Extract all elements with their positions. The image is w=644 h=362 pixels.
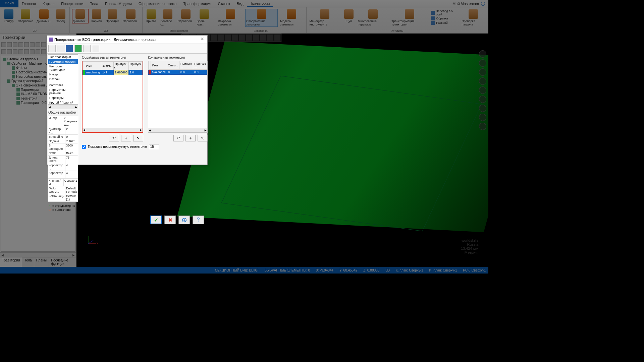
status-3d[interactable]: 3D: [385, 268, 390, 272]
ribbon-along-curve[interactable]: Вдоль Кри...: [196, 9, 213, 27]
help-icon[interactable]: [481, 2, 485, 6]
tab-solids[interactable]: Тела: [22, 257, 34, 267]
cancel-button[interactable]: ✖: [164, 216, 176, 224]
status-kplan[interactable]: К. план: Сверху-1: [396, 268, 423, 272]
ribbon-trim[interactable]: Обрезка: [431, 16, 458, 20]
tb-btn[interactable]: [41, 42, 46, 47]
row-allowance2[interactable]: 1.0: [128, 70, 142, 75]
row-name[interactable]: machining: [85, 70, 101, 75]
nav-item[interactable]: Параметры резания: [48, 87, 78, 96]
vt-btn[interactable]: [218, 35, 224, 41]
add-button[interactable]: ＋: [121, 135, 131, 141]
row-allowance-edit[interactable]: 1.000000: [114, 70, 129, 75]
status-section-view[interactable]: СЕКЦИОННЫЙ ВИД: ВЫКЛ: [215, 268, 258, 272]
ribbon-parallel-3d[interactable]: Параллел...: [122, 9, 140, 23]
ribbon-multitrans[interactable]: Многоосевые переходы: [357, 9, 389, 27]
avoidance-geom-table[interactable]: Имя Элем... Припуск ... Припуск ... avoi…: [148, 61, 208, 133]
show-unused-checkbox[interactable]: [82, 145, 86, 149]
menu-view[interactable]: Вид: [233, 1, 247, 7]
dialog-nav-tree[interactable]: Тип траекторииГеометрия моделиКонтроль т…: [48, 54, 78, 105]
ribbon-face[interactable]: Торец: [54, 9, 67, 23]
tb-btn[interactable]: [1, 42, 6, 47]
dtb-btn[interactable]: [83, 45, 91, 52]
tb-btn[interactable]: [7, 42, 12, 47]
ribbon-nest[interactable]: Раскрой: [431, 21, 458, 25]
menu-solids[interactable]: Тела: [87, 1, 101, 7]
menu-transform[interactable]: Трансформация: [180, 1, 214, 7]
help-button[interactable]: ?: [193, 216, 204, 224]
nav-item[interactable]: Геометрия модели: [48, 59, 78, 64]
ribbon-5axis[interactable]: Перевод в 5 осей: [431, 9, 458, 16]
ribbon-parallel-multi[interactable]: Параллел...: [177, 9, 194, 23]
row-color[interactable]: [83, 70, 85, 75]
tb-btn[interactable]: [24, 42, 29, 47]
tb-btn[interactable]: [13, 49, 17, 54]
tb-btn[interactable]: [30, 49, 35, 54]
status-iplan[interactable]: И. план: Сверху-1: [429, 268, 457, 272]
tb-btn[interactable]: [36, 49, 40, 54]
table-row[interactable]: machining 147 1.000000 1.0: [83, 70, 143, 75]
tb-btn[interactable]: [13, 42, 17, 47]
tb-btn[interactable]: [18, 49, 23, 54]
nav-item[interactable]: Заготовка: [48, 83, 78, 87]
nav-item[interactable]: Инстр.: [48, 72, 78, 77]
menu-modeledit[interactable]: Правка Модели: [102, 1, 135, 7]
menu-drafting[interactable]: Оформление чертежа: [135, 1, 180, 7]
menu-home[interactable]: Главная: [18, 1, 39, 7]
nav-item[interactable]: Крутой / Пологий: [48, 100, 78, 105]
view-btn[interactable]: [479, 86, 486, 94]
select-button[interactable]: ↖: [133, 135, 143, 141]
vt-btn[interactable]: [246, 35, 252, 41]
tb-btn[interactable]: [1, 49, 6, 54]
ribbon-swarf[interactable]: Боковое о...: [159, 9, 176, 27]
vt-btn[interactable]: [267, 35, 273, 41]
tb-btn[interactable]: [24, 49, 29, 54]
tb-btn[interactable]: [30, 42, 35, 47]
status-rsk[interactable]: РСК: Сверху-1: [463, 268, 486, 272]
ribbon-stock-display[interactable]: Отображение заготовки: [245, 9, 278, 27]
tab-toolpaths[interactable]: Траектории: [0, 257, 22, 267]
row-allowance2[interactable]: 0.0: [193, 70, 207, 75]
nav-item[interactable]: Контроль траектории: [48, 64, 78, 72]
menu-surfaces[interactable]: Поверхности: [58, 1, 87, 7]
file-menu-button[interactable]: Файл: [0, 0, 18, 7]
view-btn[interactable]: [479, 105, 486, 112]
ribbon-dynamic-2d[interactable]: Динамич...: [36, 9, 53, 23]
ribbon-probe[interactable]: Щуп: [342, 9, 356, 23]
vt-btn[interactable]: [225, 35, 231, 41]
dtb-btn[interactable]: [48, 45, 56, 52]
menu-toolpaths[interactable]: Траектории: [247, 0, 273, 7]
vt-btn[interactable]: [274, 35, 280, 41]
tb-btn[interactable]: [7, 49, 12, 54]
ribbon-project[interactable]: Проекция: [105, 9, 120, 23]
ribbon-stock-model[interactable]: Модель заготовки: [279, 9, 304, 27]
ribbon-stock-shade[interactable]: Закраска заготовки: [217, 9, 244, 27]
view-btn[interactable]: [479, 50, 486, 58]
dialog-close-button[interactable]: ✕: [199, 37, 205, 43]
tb-btn[interactable]: [41, 49, 46, 54]
menu-machine[interactable]: Станок: [215, 1, 233, 7]
machining-geom-table[interactable]: Имя Элем... Припуск ... Припуск ... mach…: [82, 61, 143, 133]
ribbon-pocket[interactable]: Карман: [90, 9, 103, 23]
tab-planes[interactable]: Планы: [34, 257, 49, 267]
nav-item[interactable]: Тип траектории: [48, 55, 78, 59]
tab-recent[interactable]: Последние функции: [49, 257, 76, 267]
ribbon-contour[interactable]: Контур: [2, 9, 15, 23]
row-color[interactable]: [148, 70, 151, 75]
menu-my-mastercam[interactable]: Мой Mastercam: [449, 1, 488, 7]
tb-btn[interactable]: [36, 42, 40, 47]
apply-button[interactable]: ⊕: [178, 216, 190, 224]
ribbon-chuck-check[interactable]: Проверка патрона: [461, 9, 486, 27]
vt-btn[interactable]: [260, 35, 266, 41]
dtb-btn[interactable]: [57, 45, 64, 52]
dtb-btn[interactable]: [92, 45, 99, 52]
tb-btn[interactable]: [18, 42, 23, 47]
dialog-titlebar[interactable]: Поверхностные ВСО траектории - Динамичес…: [47, 36, 207, 44]
view-btn[interactable]: [479, 96, 486, 103]
ribbon-dynamic-3d[interactable]: Динамич...: [72, 9, 89, 23]
undo-button[interactable]: ↶: [109, 135, 119, 141]
select-button[interactable]: ↖: [198, 135, 208, 141]
ribbon-tool-manager[interactable]: Менеджер инструмента: [309, 9, 341, 27]
dtb-save-btn[interactable]: [66, 45, 73, 52]
row-elem[interactable]: 147: [101, 70, 114, 75]
